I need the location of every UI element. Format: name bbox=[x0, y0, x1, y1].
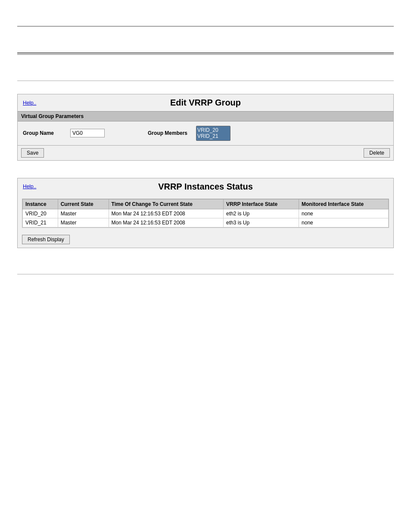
edit-vrrp-help-link[interactable]: Help.. bbox=[23, 100, 36, 106]
edit-vrrp-group-footer: Save Delete bbox=[18, 145, 393, 160]
virtual-group-params-header: Virtual Group Parameters bbox=[18, 111, 393, 121]
double-divider bbox=[17, 53, 394, 55]
cell-current_state: Master bbox=[58, 218, 109, 227]
edit-vrrp-group-panel: Help.. Edit VRRP Group Virtual Group Par… bbox=[17, 94, 394, 161]
bottom-divider bbox=[17, 274, 394, 274]
col-instance: Instance bbox=[23, 199, 58, 209]
form-row: Group Name Group Members VRID_20 VRID_21 bbox=[23, 126, 388, 141]
edit-vrrp-group-header: Help.. Edit VRRP Group bbox=[18, 94, 393, 111]
cell-vrrp_interface_state: eth3 is Up bbox=[224, 218, 299, 227]
refresh-display-button[interactable]: Refresh Display bbox=[22, 235, 70, 244]
group-name-input[interactable] bbox=[70, 129, 105, 137]
col-vrrp-interface-state: VRRP Interface State bbox=[224, 199, 299, 209]
vrrp-status-footer: Refresh Display bbox=[18, 231, 393, 248]
third-divider bbox=[17, 81, 394, 81]
delete-button[interactable]: Delete bbox=[364, 148, 390, 158]
cell-vrrp_interface_state: eth2 is Up bbox=[224, 209, 299, 218]
cell-instance: VRID_21 bbox=[23, 218, 58, 227]
edit-vrrp-group-body: Group Name Group Members VRID_20 VRID_21 bbox=[18, 121, 393, 145]
col-time-of-change: Time Of Change To Current State bbox=[109, 199, 223, 209]
vrrp-status-table-wrapper: Instance Current State Time Of Change To… bbox=[22, 199, 389, 228]
member-vrid21[interactable]: VRID_21 bbox=[197, 133, 229, 139]
vrrp-status-title: VRRP Instances Status bbox=[158, 182, 253, 192]
cell-monitored_interface_state: none bbox=[299, 218, 389, 227]
top-divider bbox=[17, 26, 394, 27]
save-button[interactable]: Save bbox=[21, 148, 44, 158]
edit-vrrp-group-title: Edit VRRP Group bbox=[170, 98, 241, 108]
col-monitored-interface-state: Monitored Interface State bbox=[299, 199, 389, 209]
cell-time_of_change: Mon Mar 24 12:16:53 EDT 2008 bbox=[109, 218, 223, 227]
cell-time_of_change: Mon Mar 24 12:16:53 EDT 2008 bbox=[109, 209, 223, 218]
cell-monitored_interface_state: none bbox=[299, 209, 389, 218]
table-header-row: Instance Current State Time Of Change To… bbox=[23, 199, 389, 209]
cell-current_state: Master bbox=[58, 209, 109, 218]
group-members-select[interactable]: VRID_20 VRID_21 bbox=[196, 126, 230, 141]
vrrp-status-help-link[interactable]: Help.. bbox=[23, 184, 36, 190]
col-current-state: Current State bbox=[58, 199, 109, 209]
group-members-label: Group Members bbox=[148, 130, 187, 136]
vrrp-status-table: Instance Current State Time Of Change To… bbox=[22, 199, 389, 227]
group-name-label: Group Name bbox=[23, 130, 62, 136]
table-row: VRID_20MasterMon Mar 24 12:16:53 EDT 200… bbox=[23, 209, 389, 218]
member-vrid20[interactable]: VRID_20 bbox=[197, 127, 229, 133]
table-row: VRID_21MasterMon Mar 24 12:16:53 EDT 200… bbox=[23, 218, 389, 227]
vrrp-status-header: Help.. VRRP Instances Status bbox=[18, 178, 393, 195]
vrrp-status-panel: Help.. VRRP Instances Status Instance Cu… bbox=[17, 178, 394, 248]
cell-instance: VRID_20 bbox=[23, 209, 58, 218]
